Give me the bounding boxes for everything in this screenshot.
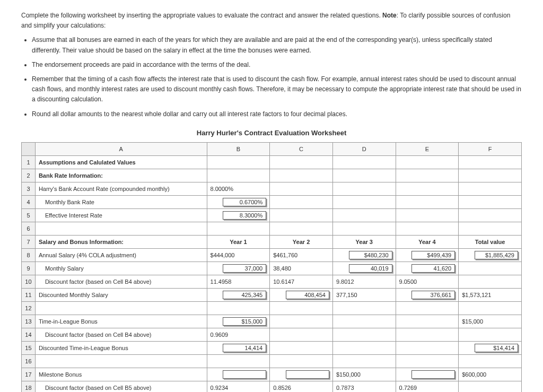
cell-c: 0.8526 [270, 381, 333, 392]
table-row: 7 Salary and Bonus Information: Year 1 Y… [22, 235, 522, 248]
row-number: 5 [22, 208, 36, 222]
col-header-a: A [35, 142, 207, 155]
cell-e[interactable] [396, 368, 459, 381]
cell-b[interactable]: 37,000 [207, 262, 270, 275]
cell-c: Year 2 [270, 235, 333, 248]
cell-b[interactable] [207, 368, 270, 381]
cell-c: 38,480 [270, 262, 333, 275]
cell-a: Discount factor (based on Cell B4 above) [35, 328, 207, 341]
col-header-d: D [332, 142, 396, 155]
table-row: 3 Harry's Bank Account Rate (compounded … [22, 182, 522, 195]
cell-a [35, 354, 207, 368]
input-box[interactable]: 425,345 [223, 291, 266, 299]
input-box[interactable]: 0.6700% [223, 198, 266, 206]
intro-note-label: Note [382, 12, 397, 19]
intro-paragraph: Complete the following worksheet by inse… [21, 11, 522, 31]
table-row: 12 [22, 301, 522, 315]
input-box[interactable]: 14,414 [223, 344, 266, 352]
cell-c[interactable]: 408,454 [270, 288, 333, 301]
row-number: 13 [22, 315, 36, 328]
input-box[interactable]: 408,454 [286, 291, 329, 299]
cell-d[interactable]: $480,230 [332, 248, 396, 262]
table-row: 5 Effective Interest Rate 8.3000% [22, 208, 522, 222]
cell-b[interactable]: 8.3000% [207, 208, 270, 222]
cell-a: Discounted Monthly Salary [35, 288, 207, 301]
cell-e: Year 4 [396, 235, 459, 248]
input-box[interactable]: 8.3000% [223, 211, 266, 220]
input-box[interactable]: $15,000 [223, 317, 266, 326]
cell-d: $150,000 [332, 368, 396, 381]
row-number: 14 [22, 328, 36, 341]
intro-bullet: Assume that all bonuses are earned in ea… [32, 35, 522, 55]
table-row: 9 Monthly Salary 37,000 38,480 40,019 41… [22, 262, 522, 275]
cell-a: Harry's Bank Account Rate (compounded mo… [35, 182, 207, 195]
intro-bullet: Remember that the timing of a cash flow … [32, 74, 522, 105]
col-header-f: F [459, 142, 522, 155]
row-number: 4 [22, 195, 36, 208]
cell-a: Time-in-League Bonus [35, 315, 207, 328]
row-number: 11 [22, 288, 36, 301]
intro-bullet-list: Assume that all bonuses are earned in ea… [32, 35, 522, 119]
cell-b[interactable]: 0.6700% [207, 195, 270, 208]
cell-a [35, 222, 207, 235]
row-number: 15 [22, 341, 36, 354]
input-box[interactable] [223, 370, 266, 379]
row-number: 6 [22, 222, 36, 235]
cell-e[interactable]: $499,439 [396, 248, 459, 262]
input-box[interactable]: $480,230 [349, 251, 392, 259]
worksheet-table: A B C D E F 1 Assumptions and Calulated … [21, 142, 522, 392]
cell-f: $600,000 [459, 368, 522, 381]
cell-f: Total value [459, 235, 522, 248]
input-box[interactable]: $1,885,429 [475, 251, 518, 259]
cell-f: $1,573,121 [459, 288, 522, 301]
row-number: 2 [22, 169, 36, 182]
input-box[interactable] [411, 370, 455, 379]
cell-c[interactable] [270, 368, 333, 381]
cell-a: Monthly Bank Rate [35, 195, 207, 208]
table-row: 1 Assumptions and Calulated Values [22, 155, 522, 169]
cell-c: 10.6147 [270, 275, 333, 288]
cell-b: 0.9609 [207, 328, 270, 341]
input-box[interactable]: 40,019 [349, 264, 392, 273]
input-box[interactable]: 376,661 [411, 291, 455, 299]
cell-a: Annual Salary (4% COLA adjustment) [35, 248, 207, 262]
cell-d: 9.8012 [332, 275, 396, 288]
cell-b[interactable]: $15,000 [207, 315, 270, 328]
cell-b: $444,000 [207, 248, 270, 262]
cell-f[interactable]: $14,414 [459, 341, 522, 354]
cell-a: Salary and Bonus Information: [35, 235, 207, 248]
table-row: 16 [22, 354, 522, 368]
row-number: 17 [22, 368, 36, 381]
cell-b[interactable]: 14,414 [207, 341, 270, 354]
input-box[interactable]: $14,414 [475, 344, 518, 352]
row-number: 12 [22, 301, 36, 315]
cell-d: 377,150 [332, 288, 396, 301]
cell-a: Discount factor (based on Cell B4 above) [35, 275, 207, 288]
cell-a: Effective Interest Rate [35, 208, 207, 222]
col-header-c: C [270, 142, 333, 155]
row-number: 18 [22, 381, 36, 392]
cell-f[interactable]: $1,885,429 [459, 248, 522, 262]
intro-bullet: Round all dollar amounts to the nearest … [32, 109, 522, 119]
cell-a: Discount factor (based on Cell B5 above) [35, 381, 207, 392]
cell-b: 8.0000% [207, 182, 270, 195]
input-box[interactable]: 41,620 [411, 264, 455, 273]
cell-d[interactable]: 40,019 [332, 262, 396, 275]
table-row: 15 Discounted Time-in-League Bonus 14,41… [22, 341, 522, 354]
table-row: 14 Discount factor (based on Cell B4 abo… [22, 328, 522, 341]
cell-e[interactable]: 376,661 [396, 288, 459, 301]
cell-e[interactable]: 41,620 [396, 262, 459, 275]
table-row: 6 [22, 222, 522, 235]
input-box[interactable] [286, 370, 329, 379]
intro-bullet: The endorsement proceeds are paid in acc… [32, 60, 522, 70]
cell-b[interactable]: 425,345 [207, 288, 270, 301]
cell-a: Discounted Time-in-League Bonus [35, 341, 207, 354]
cell-a: Bank Rate Information: [35, 169, 207, 182]
row-number: 16 [22, 354, 36, 368]
cell-b: 0.9234 [207, 381, 270, 392]
table-row: 11 Discounted Monthly Salary 425,345 408… [22, 288, 522, 301]
input-box[interactable]: $499,439 [411, 251, 455, 259]
col-header-b: B [207, 142, 270, 155]
table-row: 18 Discount factor (based on Cell B5 abo… [22, 381, 522, 392]
input-box[interactable]: 37,000 [223, 264, 266, 273]
